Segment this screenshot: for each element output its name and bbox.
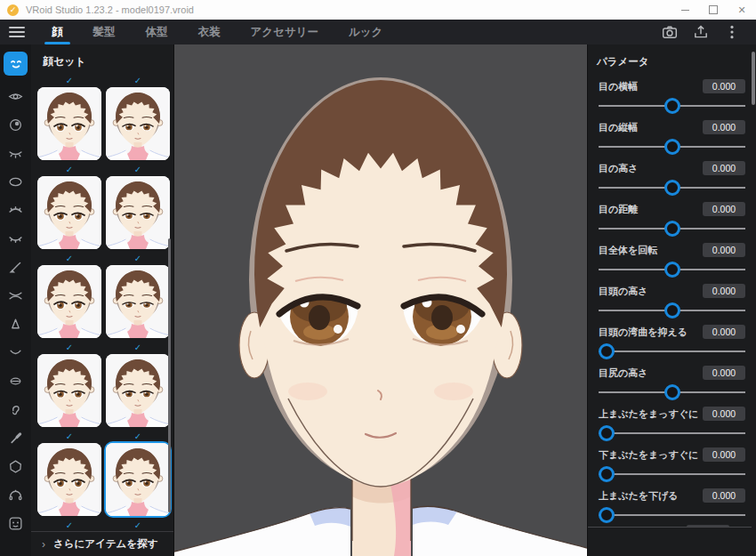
parameter-slider[interactable]: [599, 261, 745, 278]
parameter-value-field[interactable]: 0.000: [703, 120, 745, 134]
parameter-value-field[interactable]: 0.000: [703, 488, 745, 503]
upper-eyelash-icon[interactable]: [8, 203, 23, 218]
slider-handle[interactable]: [599, 466, 615, 482]
face-preset-7[interactable]: ✓: [37, 342, 101, 427]
menu-button[interactable]: [9, 24, 25, 40]
slider-handle[interactable]: [664, 302, 680, 318]
slider-handle[interactable]: [599, 507, 615, 523]
parameter-row: 目尻の高さ0.000: [588, 360, 756, 401]
export-icon[interactable]: [693, 24, 709, 40]
face-preset-10[interactable]: ✓: [106, 431, 170, 516]
face-preset-1[interactable]: ✓: [37, 76, 101, 160]
lips-icon[interactable]: [8, 374, 23, 389]
parameter-value-field[interactable]: 0.000: [703, 79, 745, 93]
parameter-slider[interactable]: [599, 220, 745, 238]
tab-hair[interactable]: 髪型: [93, 20, 116, 44]
ear-icon[interactable]: [8, 402, 23, 417]
expression-icon[interactable]: [8, 516, 23, 531]
parameters-scrollbar[interactable]: [752, 52, 755, 105]
parameter-slider[interactable]: [599, 97, 745, 115]
iris-icon[interactable]: [8, 117, 23, 133]
tab-look[interactable]: ルック: [349, 20, 382, 44]
tab-face[interactable]: 顔: [52, 20, 63, 44]
minimize-icon: [681, 10, 689, 11]
parameter-value-field[interactable]: 0.000: [703, 325, 745, 339]
slider-handle[interactable]: [599, 425, 615, 441]
slider-handle[interactable]: [664, 221, 680, 237]
slider-handle[interactable]: [599, 343, 615, 359]
find-more-items-button[interactable]: › さらにアイテムを探す: [31, 531, 173, 556]
item-checkmark-icon: ✓: [66, 431, 73, 442]
face-outline-icon[interactable]: [8, 459, 23, 474]
parameter-value-field[interactable]: 0.000: [703, 243, 745, 257]
eye-closed-icon[interactable]: [8, 146, 23, 161]
parameter-value-field[interactable]: 0.000: [703, 447, 745, 462]
nose-icon[interactable]: [8, 317, 23, 332]
face-preset-4[interactable]: ✓: [106, 165, 170, 249]
parameter-label: 下まぶたをまっすぐに: [599, 448, 698, 462]
tab-outfit[interactable]: 衣装: [198, 20, 221, 44]
eyelid-icon[interactable]: [8, 288, 23, 303]
slider-track[interactable]: [599, 514, 745, 516]
face-preset-9[interactable]: ✓: [37, 431, 101, 516]
parameter-row: 目の高さ0.000: [588, 156, 756, 197]
face-preset-thumbnail: [106, 176, 170, 249]
camera-icon[interactable]: [662, 24, 678, 40]
makeup-icon[interactable]: [8, 431, 23, 446]
parameter-slider[interactable]: [599, 506, 745, 524]
parameters-panel: パラメータ 目の横幅0.000目の縦幅0.000目の高さ0.000目の距離0.0…: [587, 44, 756, 556]
parameter-slider[interactable]: [599, 383, 745, 401]
more-icon[interactable]: [724, 24, 740, 40]
face-preset-icon[interactable]: [4, 52, 28, 76]
parameter-label: 目頭の湾曲を抑える: [599, 326, 688, 339]
parameter-slider[interactable]: [599, 138, 745, 156]
face-preset-8[interactable]: ✓: [106, 342, 170, 427]
slider-track[interactable]: [599, 351, 745, 352]
parameter-value-field[interactable]: 0.000: [703, 407, 745, 421]
slider-track[interactable]: [599, 432, 745, 434]
lower-eyelash-icon[interactable]: [8, 231, 23, 246]
face-preset-2[interactable]: ✓: [106, 76, 170, 160]
preset-list-scrollbar[interactable]: [168, 238, 171, 512]
mouth-icon[interactable]: [8, 345, 23, 360]
close-button[interactable]: ✕: [728, 0, 756, 20]
parameter-slider[interactable]: [599, 342, 745, 360]
eye-white-icon[interactable]: [8, 174, 23, 189]
slider-track[interactable]: [599, 473, 745, 475]
parameter-slider[interactable]: [599, 179, 745, 197]
hair-base-icon[interactable]: [8, 488, 23, 503]
tab-accessories[interactable]: アクセサリー: [251, 20, 318, 44]
3d-viewport[interactable]: [174, 44, 587, 556]
parameter-value-field[interactable]: 0.000: [703, 284, 745, 298]
parameter-slider[interactable]: [599, 465, 745, 483]
slider-list: 目の横幅0.000目の縦幅0.000目の高さ0.000目の距離0.000目全体を…: [588, 74, 756, 524]
slider-handle[interactable]: [664, 98, 680, 114]
parameter-value-field[interactable]: 0.000: [703, 161, 745, 175]
close-icon: ✕: [737, 4, 745, 16]
slider-handle[interactable]: [664, 384, 680, 400]
eye-shape-icon[interactable]: [8, 89, 23, 104]
tab-body[interactable]: 体型: [146, 20, 168, 44]
eyeliner-icon[interactable]: [8, 260, 23, 275]
face-preset-6[interactable]: ✓: [106, 254, 170, 338]
parameter-value-field[interactable]: 0.000: [703, 202, 745, 216]
parameter-row: 目全体を回転0.000: [588, 238, 756, 278]
face-preset-5[interactable]: ✓: [37, 254, 101, 338]
parameters-title: パラメータ: [588, 44, 756, 74]
slider-handle[interactable]: [664, 180, 680, 196]
face-preset-thumbnail: [106, 443, 170, 516]
item-checkmark-icon: ✓: [134, 342, 141, 353]
item-checkmark-icon: ✓: [134, 431, 141, 442]
panel-title: 顔セット: [31, 44, 173, 72]
maximize-button[interactable]: [699, 0, 728, 20]
slider-handle[interactable]: [664, 139, 680, 155]
minimize-button[interactable]: [671, 0, 699, 20]
parameter-slider[interactable]: [599, 424, 745, 442]
main-navbar: 顔髪型体型衣装アクセサリールック: [0, 20, 756, 44]
vroid-logo-icon: ✓: [7, 4, 19, 16]
item-checkmark-icon: ✓: [66, 165, 73, 175]
parameter-slider[interactable]: [599, 302, 745, 319]
parameter-value-field[interactable]: 0.000: [703, 366, 745, 380]
face-preset-3[interactable]: ✓: [37, 165, 101, 249]
slider-handle[interactable]: [664, 262, 680, 278]
